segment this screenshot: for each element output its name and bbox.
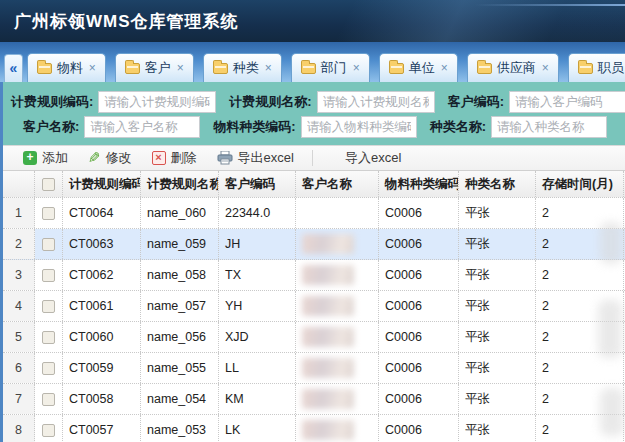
select-all-cell	[35, 171, 63, 197]
row-number-header	[3, 171, 35, 197]
cell-billing-rule-name: name_054	[141, 384, 219, 414]
cell-customer-name	[296, 322, 379, 352]
row-checkbox-cell	[35, 322, 63, 352]
cell-billing-rule-code: CT0061	[63, 291, 141, 321]
export-excel-button[interactable]: 导出excel	[207, 146, 304, 170]
folder-icon	[37, 63, 52, 74]
grid-body: 1 CT0064 name_060 22344.0 C0006 平张 2	[3, 198, 625, 442]
column-header[interactable]: 物料种类编码	[379, 171, 459, 197]
table-row[interactable]: 3 CT0062 name_058 TX C0006 平张 2	[3, 260, 625, 291]
cell-billing-rule-code: CT0064	[63, 198, 141, 228]
column-header[interactable]: 计费规则名称	[141, 171, 219, 197]
tab-item[interactable]: 物料 ×	[27, 53, 106, 82]
row-number: 6	[3, 353, 35, 383]
column-header[interactable]: 计费规则编码	[63, 171, 141, 197]
table-row[interactable]: 7 CT0058 name_054 KM C0006 平张 2	[3, 384, 625, 415]
table-row[interactable]: 6 CT0059 name_055 LL C0006 平张 2	[3, 353, 625, 384]
tab-close-icon[interactable]: ×	[177, 61, 184, 75]
row-checkbox[interactable]	[42, 238, 55, 251]
tab-item[interactable]: 单位 ×	[379, 53, 458, 82]
filter-input[interactable]	[509, 91, 625, 113]
filter-row-1: 计费规则编码: 计费规则名称: 客户编码:	[11, 89, 621, 114]
add-button[interactable]: + 添加	[13, 146, 78, 170]
cell-billing-rule-name: name_057	[141, 291, 219, 321]
column-header[interactable]: 客户编码	[219, 171, 296, 197]
filter-input[interactable]	[317, 91, 435, 113]
select-all-checkbox[interactable]	[42, 178, 55, 191]
tab-item[interactable]: 客户 ×	[115, 53, 194, 82]
filter-input[interactable]	[491, 116, 607, 138]
filter-input[interactable]	[84, 116, 200, 138]
row-checkbox[interactable]	[42, 362, 55, 375]
table-row[interactable]: 4 CT0061 name_057 YH C0006 平张 2	[3, 291, 625, 322]
tab-label: 物料	[57, 59, 83, 77]
tab-close-icon[interactable]: ×	[542, 61, 549, 75]
cell-customer-code: KM	[219, 384, 296, 414]
cell-category-name: 平张	[459, 353, 536, 383]
filter-input[interactable]	[98, 91, 216, 113]
import-excel-button[interactable]: 导入excel	[321, 146, 411, 170]
data-grid: 计费规则编码 计费规则名称 客户编码 客户名称 物料种类编码 种类名称 存储时间…	[3, 171, 625, 442]
filter-input[interactable]	[301, 116, 417, 138]
row-checkbox[interactable]	[42, 269, 55, 282]
cell-billing-rule-code: CT0058	[63, 384, 141, 414]
cell-storage-months: 2	[536, 322, 624, 352]
tab-item[interactable]: 职员 ×	[568, 53, 625, 82]
cell-billing-rule-code: CT0060	[63, 322, 141, 352]
cell-category-name: 平张	[459, 198, 536, 228]
cell-billing-rule-name: name_055	[141, 353, 219, 383]
row-number: 1	[3, 198, 35, 228]
cell-customer-code: TX	[219, 260, 296, 290]
header-accent-line	[475, 4, 625, 6]
row-checkbox[interactable]	[42, 207, 55, 220]
tab-close-icon[interactable]: ×	[353, 61, 360, 75]
column-header[interactable]: 客户名称	[296, 171, 379, 197]
row-checkbox[interactable]	[42, 393, 55, 406]
cell-category-name: 平张	[459, 384, 536, 414]
cell-customer-code: XJD	[219, 322, 296, 352]
filter-panel: 计费规则编码: 计费规则名称: 客户编码: 客户名称:	[3, 82, 625, 145]
tab-close-icon[interactable]: ×	[441, 61, 448, 75]
cell-storage-months: 2	[536, 229, 624, 259]
folder-icon	[477, 63, 492, 74]
table-row[interactable]: 1 CT0064 name_060 22344.0 C0006 平张 2	[3, 198, 625, 229]
grid-toolbar: + 添加 ✎ 修改 × 删除 导出excel 导入excel	[3, 145, 625, 171]
tab-close-icon[interactable]: ×	[89, 61, 96, 75]
row-checkbox[interactable]	[42, 424, 55, 437]
cell-customer-name	[296, 260, 379, 290]
column-header[interactable]: 种类名称	[459, 171, 536, 197]
filter-label: 计费规则编码:	[11, 93, 93, 111]
tab-item[interactable]: 部门 ×	[291, 53, 370, 82]
delete-button[interactable]: × 删除	[142, 146, 207, 170]
row-checkbox[interactable]	[42, 331, 55, 344]
table-row[interactable]: 2 CT0063 name_059 JH C0006 平张 2	[3, 229, 625, 260]
tabs-scroll-left-icon[interactable]: «	[4, 54, 23, 82]
row-number: 3	[3, 260, 35, 290]
row-checkbox[interactable]	[42, 300, 55, 313]
row-number: 2	[3, 229, 35, 259]
tab-close-icon[interactable]: ×	[265, 61, 272, 75]
row-checkbox-cell	[35, 384, 63, 414]
table-row[interactable]: 8 CT0057 name_053 LK C0006 平张 2	[3, 415, 625, 442]
folder-icon	[389, 63, 404, 74]
cell-customer-name	[296, 353, 379, 383]
table-row[interactable]: 5 CT0060 name_056 XJD C0006 平张 2	[3, 322, 625, 353]
folder-icon	[125, 63, 140, 74]
cell-billing-rule-name: name_059	[141, 229, 219, 259]
add-icon: +	[23, 151, 37, 165]
filter-label: 物料种类编码:	[213, 118, 295, 136]
cell-storage-months: 2	[536, 415, 624, 442]
filter-field: 物料种类编码:	[213, 116, 416, 138]
tab-item[interactable]: 供应商 ×	[467, 53, 559, 82]
grid-header-row: 计费规则编码 计费规则名称 客户编码 客户名称 物料种类编码 种类名称 存储时间…	[3, 171, 625, 198]
column-header[interactable]: 存储时间(月)	[536, 171, 624, 197]
filter-field: 客户名称:	[23, 116, 200, 138]
pencil-icon: ✎	[88, 151, 101, 165]
app-header: 广州标领WMS仓库管理系统	[0, 0, 625, 42]
edit-button[interactable]: ✎ 修改	[78, 146, 142, 170]
main-content: 计费规则编码: 计费规则名称: 客户编码: 客户名称:	[0, 82, 625, 442]
row-number: 7	[3, 384, 35, 414]
filter-label: 种类名称:	[430, 118, 486, 136]
tab-label: 种类	[233, 59, 259, 77]
tab-item[interactable]: 种类 ×	[203, 53, 282, 82]
